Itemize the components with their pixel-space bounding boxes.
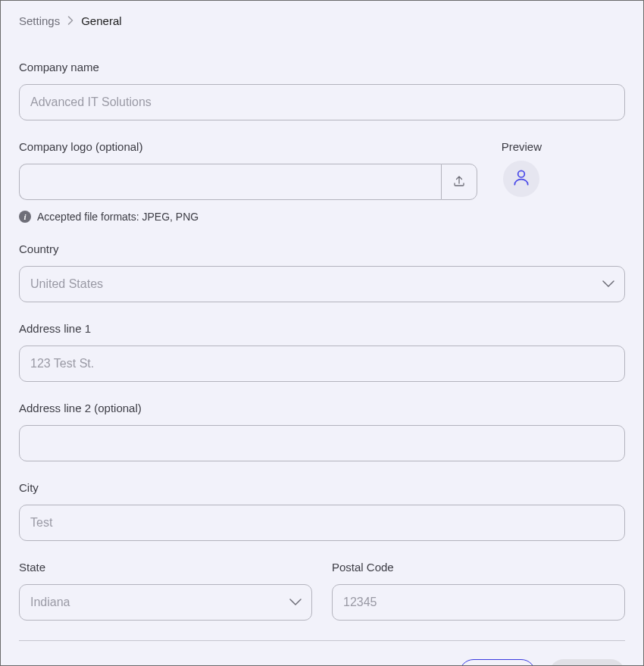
breadcrumb: Settings General <box>19 14 625 27</box>
address1-input[interactable] <box>19 346 625 382</box>
preview-label: Preview <box>502 140 542 153</box>
breadcrumb-current: General <box>81 14 121 27</box>
company-name-label: Company name <box>19 61 625 73</box>
city-label: City <box>19 481 625 494</box>
postal-code-input[interactable] <box>332 584 625 621</box>
company-logo-label: Company logo (optional) <box>19 140 477 153</box>
chevron-right-icon <box>67 14 73 27</box>
country-label: Country <box>19 242 625 255</box>
state-label: State <box>19 561 312 574</box>
postal-code-label: Postal Code <box>332 561 625 574</box>
city-input[interactable] <box>19 505 625 541</box>
upload-button[interactable] <box>441 164 477 200</box>
address2-input[interactable] <box>19 425 625 461</box>
cancel-button[interactable]: Cancel <box>459 659 536 666</box>
company-logo-input[interactable] <box>19 164 441 200</box>
address1-label: Address line 1 <box>19 322 625 335</box>
state-select[interactable]: Indiana <box>19 584 312 621</box>
divider <box>19 640 625 641</box>
upload-icon <box>452 174 466 190</box>
company-name-input[interactable] <box>19 84 625 120</box>
logo-helper-text: Accepted file formats: JPEG, PNG <box>37 211 199 223</box>
avatar <box>503 161 539 197</box>
country-select[interactable]: United States <box>19 266 625 302</box>
address2-label: Address line 2 (optional) <box>19 402 625 414</box>
breadcrumb-parent[interactable]: Settings <box>19 14 60 27</box>
person-icon <box>511 167 531 190</box>
svg-point-0 <box>518 170 525 177</box>
update-button[interactable]: Update <box>549 659 625 666</box>
info-icon: i <box>19 211 31 223</box>
